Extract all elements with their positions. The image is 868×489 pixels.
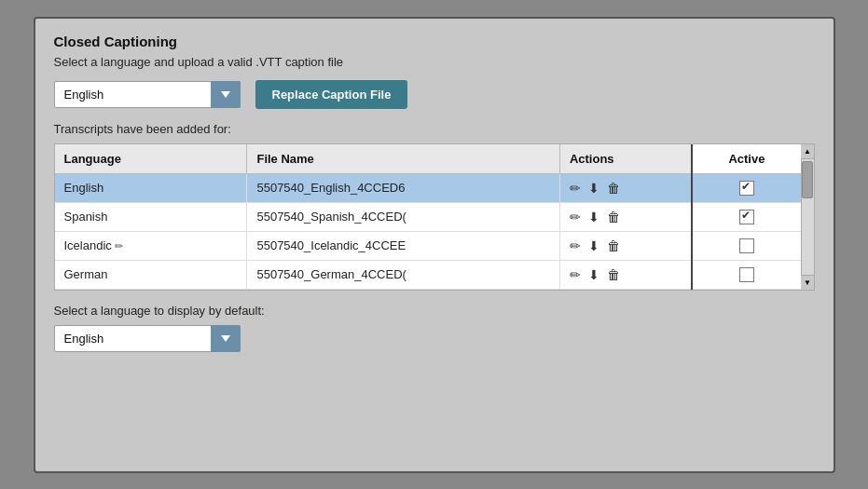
captions-table-container: Language File Name Actions Active Englis… <box>54 143 802 291</box>
download-icon[interactable]: ⬇ <box>588 267 599 282</box>
closed-captioning-dialog: Closed Captioning Select a language and … <box>34 17 835 473</box>
bottom-label: Select a language to display by default: <box>54 304 815 318</box>
col-header-actions: Actions <box>559 144 692 174</box>
trash-icon[interactable]: 🗑 <box>607 210 620 224</box>
cell-language: Icelandic ✏ <box>55 231 247 260</box>
cell-active <box>692 260 800 289</box>
actions-group: ✏ ⬇ 🗑 <box>570 267 682 282</box>
cell-actions: ✏ ⬇ 🗑 <box>559 231 692 260</box>
default-language-select[interactable]: English Spanish Icelandic German <box>54 325 241 352</box>
cell-filename: 5507540_German_4CCED( <box>247 260 559 289</box>
table-header-row: Language File Name Actions Active <box>55 144 801 174</box>
active-checkbox[interactable] <box>739 181 754 196</box>
actions-group: ✏ ⬇ 🗑 <box>570 238 682 253</box>
edit-inline-icon: ✏ <box>115 240 123 251</box>
cell-actions: ✏ ⬇ 🗑 <box>559 173 692 202</box>
dialog-title: Closed Captioning <box>54 34 815 49</box>
cell-active <box>692 202 800 231</box>
active-checkbox[interactable] <box>739 267 754 282</box>
scrollbar-track: ▲ ▼ <box>802 143 815 291</box>
col-header-active: Active <box>692 144 800 174</box>
download-icon[interactable]: ⬇ <box>588 181 599 196</box>
trash-icon[interactable]: 🗑 <box>607 181 620 196</box>
checkbox-cell <box>702 181 791 196</box>
captions-table-outer: Language File Name Actions Active Englis… <box>54 143 815 291</box>
cell-actions: ✏ ⬇ 🗑 <box>559 260 692 289</box>
top-controls: English Spanish Icelandic German French … <box>54 80 815 109</box>
cell-filename: 5507540_Spanish_4CCED( <box>247 202 559 231</box>
edit-icon[interactable]: ✏ <box>570 267 581 282</box>
replace-caption-file-button[interactable]: Replace Caption File <box>255 80 408 109</box>
table-row: Icelandic ✏ 5507540_Icelandic_4CCEE ✏ ⬇ … <box>55 231 801 260</box>
cell-active <box>692 231 800 260</box>
checkbox-cell <box>702 210 791 224</box>
default-language-select-wrapper: English Spanish Icelandic German <box>54 325 241 352</box>
cell-active <box>692 173 800 202</box>
download-icon[interactable]: ⬇ <box>588 238 599 253</box>
cell-language: German <box>55 260 247 289</box>
table-row: English 5507540_English_4CCED6 ✏ ⬇ 🗑 <box>55 173 801 202</box>
edit-icon[interactable]: ✏ <box>570 238 581 253</box>
col-header-filename: File Name <box>247 144 559 174</box>
trash-icon[interactable]: 🗑 <box>607 238 620 253</box>
checkbox-cell <box>702 267 791 282</box>
table-row: German 5507540_German_4CCED( ✏ ⬇ 🗑 <box>55 260 801 289</box>
language-select-wrapper: English Spanish Icelandic German French <box>54 81 241 108</box>
cell-language: Spanish <box>55 202 247 231</box>
actions-group: ✏ ⬇ 🗑 <box>570 210 682 224</box>
scroll-down-button[interactable]: ▼ <box>801 275 814 290</box>
download-icon[interactable]: ⬇ <box>588 210 599 224</box>
col-header-language: Language <box>55 144 247 174</box>
active-checkbox[interactable] <box>739 210 754 224</box>
scroll-up-button[interactable]: ▲ <box>801 144 814 159</box>
checkbox-cell <box>702 238 791 253</box>
cell-language: English <box>55 173 247 202</box>
cell-actions: ✏ ⬇ 🗑 <box>559 202 692 231</box>
scrollbar-thumb[interactable] <box>802 161 813 198</box>
trash-icon[interactable]: 🗑 <box>607 267 620 282</box>
dialog-subtitle: Select a language and upload a valid .VT… <box>54 55 815 69</box>
cell-filename: 5507540_English_4CCED6 <box>247 173 559 202</box>
edit-icon[interactable]: ✏ <box>570 210 581 224</box>
active-checkbox[interactable] <box>739 238 754 253</box>
language-select[interactable]: English Spanish Icelandic German French <box>54 81 241 108</box>
table-row: Spanish 5507540_Spanish_4CCED( ✏ ⬇ 🗑 <box>55 202 801 231</box>
cell-filename: 5507540_Icelandic_4CCEE <box>247 231 559 260</box>
bottom-section: Select a language to display by default:… <box>54 304 815 352</box>
transcripts-label: Transcripts have been added for: <box>54 122 815 136</box>
edit-icon[interactable]: ✏ <box>570 181 581 196</box>
actions-group: ✏ ⬇ 🗑 <box>570 181 682 196</box>
captions-table: Language File Name Actions Active Englis… <box>55 144 801 290</box>
